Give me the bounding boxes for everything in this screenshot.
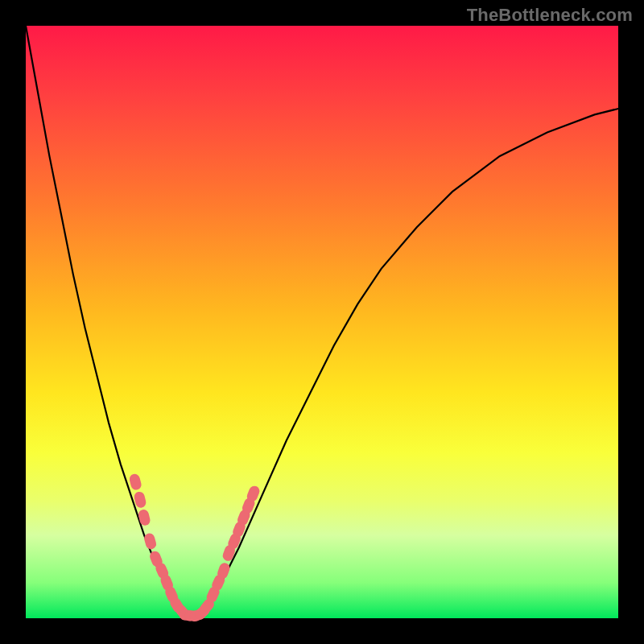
svg-rect-3: [143, 532, 158, 551]
data-marker: [138, 509, 151, 527]
bottleneck-curve: [26, 26, 618, 615]
marker-layer: [128, 473, 261, 623]
data-marker: [128, 473, 142, 491]
svg-rect-0: [128, 473, 142, 491]
chart-svg: [26, 26, 618, 618]
data-marker: [143, 532, 158, 551]
watermark-text: TheBottleneck.com: [467, 5, 633, 26]
svg-rect-2: [138, 509, 151, 527]
